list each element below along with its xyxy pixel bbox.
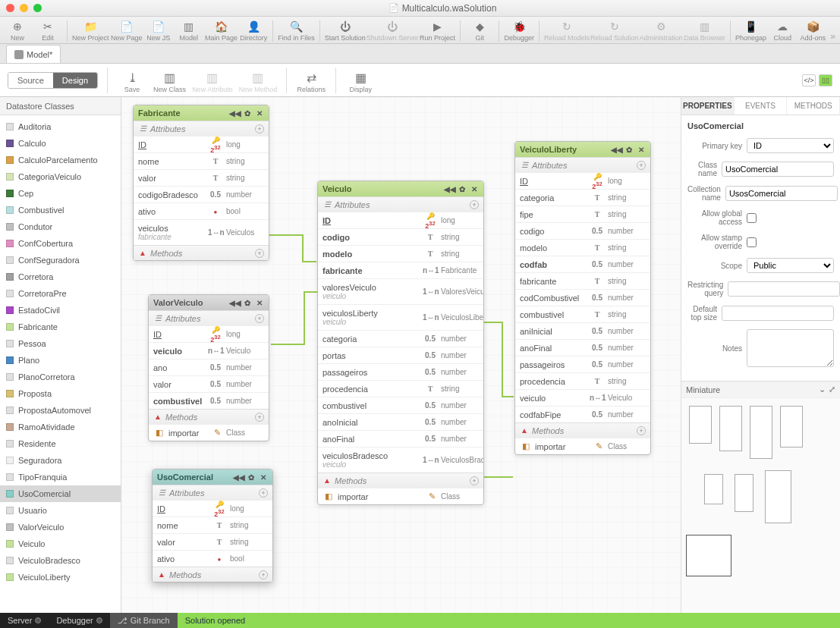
- gear-icon[interactable]: ✿: [624, 145, 634, 154]
- attribute-row-anofinal[interactable]: anoFinal0.5number: [515, 339, 650, 356]
- add-method-button[interactable]: +: [637, 426, 646, 435]
- class-item-proposta[interactable]: Proposta: [0, 385, 121, 402]
- entity-uso-comercial[interactable]: UsoComercial ◀◀ ✿ ✕ ☰ Attributes + ID232…: [152, 469, 273, 582]
- class-item-corretora[interactable]: Corretora: [0, 268, 121, 285]
- status-debugger[interactable]: Debugger: [49, 616, 109, 625]
- toolbar-start-solution-button[interactable]: ⏻Start Solution: [326, 19, 364, 42]
- toolbar-find-in-files-button[interactable]: 🔍Find in Files: [279, 19, 313, 42]
- attribute-row-categoria[interactable]: categoria0.5number: [318, 330, 483, 347]
- attribute-row-id[interactable]: ID232long: [153, 500, 272, 517]
- miniature-header[interactable]: Miniature ⌄ ⤢: [681, 381, 840, 397]
- attribute-row-veiculos[interactable]: veiculosfabricante1↔nVeiculos: [134, 219, 269, 245]
- gear-icon[interactable]: ✿: [243, 108, 252, 118]
- attribute-row-codigobradesco[interactable]: codigoBradesco0.5number: [134, 186, 269, 203]
- attribute-row-codcombustivel[interactable]: codCombustivel0.5number: [515, 289, 650, 306]
- attribute-row-id[interactable]: ID232long: [515, 172, 650, 189]
- attribute-row-combustivel[interactable]: combustivelTstring: [515, 306, 650, 322]
- gear-icon[interactable]: ✿: [247, 473, 256, 482]
- attribute-row-ano[interactable]: ano0.5number: [149, 359, 269, 375]
- attribute-row-fabricante[interactable]: fabricanten↔1Fabricante: [318, 262, 483, 278]
- attribute-row-codfab[interactable]: codfab0.5number: [515, 256, 650, 272]
- attribute-row-passageiros[interactable]: passageiros0.5number: [318, 363, 483, 380]
- class-item-veiculo[interactable]: Veiculo: [0, 535, 121, 552]
- primary-key-select[interactable]: ID: [747, 138, 834, 153]
- class-item-veiculoliberty[interactable]: VeiculoLiberty: [0, 569, 121, 586]
- class-item-combustivel[interactable]: Combustivel: [0, 202, 121, 218]
- class-item-veiculobradesco[interactable]: VeiculoBradesco: [0, 552, 121, 569]
- attribute-row-aniinicial[interactable]: aniInicial0.5number: [515, 322, 650, 339]
- collection-name-input[interactable]: [725, 186, 838, 201]
- attribute-row-procedencia[interactable]: procedenciaTstring: [318, 380, 483, 397]
- class-item-pessoa[interactable]: Pessoa: [0, 335, 121, 352]
- attribute-row-procedencia[interactable]: procedenciaTstring: [515, 372, 650, 389]
- class-item-confseguradora[interactable]: ConfSeguradora: [0, 252, 121, 268]
- toolbar-new-project-button[interactable]: 📁New Project: [74, 19, 108, 42]
- attribute-row-fabricante[interactable]: fabricanteTstring: [515, 272, 650, 289]
- methods-section-header[interactable]: ▲ Methods +: [318, 473, 483, 488]
- toolbar-run-project-button[interactable]: ▶Run Project: [421, 19, 454, 42]
- close-icon[interactable]: ✕: [470, 184, 479, 193]
- entity-header[interactable]: Fabricante ◀◀ ✿ ✕: [134, 105, 269, 121]
- collapse-icon[interactable]: ◀◀: [612, 145, 621, 154]
- minimize-window-button[interactable]: [20, 4, 28, 12]
- entity-veiculo-liberty[interactable]: VeiculoLiberty ◀◀ ✿ ✕ ☰ Attributes + ID2…: [514, 141, 651, 455]
- add-method-button[interactable]: +: [470, 476, 479, 485]
- class-item-planocorretora[interactable]: PlanoCorretora: [0, 369, 121, 385]
- tab-methods[interactable]: METHODS: [787, 97, 840, 115]
- add-method-button[interactable]: +: [255, 413, 264, 422]
- entity-veiculo[interactable]: Veiculo ◀◀ ✿ ✕ ☰ Attributes + ID232longc…: [317, 181, 484, 505]
- attribute-row-veiculosliberty[interactable]: veiculosLibertyveiculo1↔nVeiculosLiberty: [318, 304, 483, 330]
- method-row-importar[interactable]: ◧importar✎Class: [515, 438, 650, 454]
- gear-icon[interactable]: ✿: [458, 184, 467, 193]
- method-row-importar[interactable]: ◧importar✎Class: [318, 488, 483, 504]
- collapse-icon[interactable]: ◀◀: [445, 184, 455, 193]
- tab-properties[interactable]: PROPERTIES: [681, 97, 735, 115]
- toolbar-phonegap-button[interactable]: 📱Phonegap: [737, 19, 766, 42]
- attribute-row-anofinal[interactable]: anoFinal0.5number: [318, 430, 483, 447]
- attribute-row-id[interactable]: ID232long: [149, 325, 269, 342]
- entity-header[interactable]: UsoComercial ◀◀ ✿ ✕: [153, 469, 272, 485]
- attribute-row-veiculo[interactable]: veiculon↔1Veiculo: [515, 389, 650, 406]
- model-canvas[interactable]: Fabricante ◀◀ ✿ ✕ ☰ Attributes + ID232lo…: [121, 97, 681, 613]
- class-item-auditoria[interactable]: Auditoria: [0, 118, 121, 135]
- gear-icon[interactable]: ✿: [243, 298, 252, 307]
- allow-stamp-checkbox[interactable]: [747, 237, 757, 247]
- class-item-corretorapre[interactable]: CorretoraPre: [0, 285, 121, 302]
- class-item-usocomercial[interactable]: UsoComercial: [0, 485, 121, 502]
- entity-header[interactable]: Veiculo ◀◀ ✿ ✕: [318, 181, 483, 196]
- toolbar-display-button[interactable]: ▦Display: [345, 71, 376, 93]
- toolbar-main-page-button[interactable]: 🏠Main Page: [206, 19, 237, 42]
- add-attribute-button[interactable]: +: [470, 200, 479, 209]
- add-attribute-button[interactable]: +: [259, 488, 268, 498]
- collapse-icon[interactable]: ◀◀: [231, 108, 240, 118]
- toolbar-debugger-button[interactable]: 🐞Debugger: [505, 19, 533, 42]
- add-attribute-button[interactable]: +: [637, 161, 646, 170]
- toolbar-model-button[interactable]: ▥Model: [176, 19, 202, 42]
- class-item-calculo[interactable]: Calculo: [0, 135, 121, 152]
- attribute-row-ativo[interactable]: ativobool: [153, 550, 272, 567]
- pencil-icon[interactable]: ✎: [211, 428, 223, 438]
- class-item-fabricante[interactable]: Fabricante: [0, 319, 121, 335]
- maximize-window-button[interactable]: [33, 4, 42, 12]
- class-item-propostaautomovel[interactable]: PropostaAutomovel: [0, 402, 121, 419]
- toolbar-relations-button[interactable]: ⇄Relations: [296, 71, 326, 93]
- add-attribute-button[interactable]: +: [255, 314, 264, 323]
- toolbar-overflow-button[interactable]: »: [830, 31, 835, 42]
- attributes-section-header[interactable]: ☰ Attributes +: [318, 196, 483, 212]
- attribute-row-fipe[interactable]: fipeTstring: [515, 206, 650, 222]
- methods-section-header[interactable]: ▲ Methods +: [149, 409, 269, 424]
- close-icon[interactable]: ✕: [259, 473, 268, 482]
- entity-header[interactable]: VeiculoLiberty ◀◀ ✿ ✕: [515, 142, 650, 157]
- top-size-input[interactable]: [722, 306, 834, 321]
- attribute-row-valor[interactable]: valor0.5number: [149, 375, 269, 392]
- toolbar-directory-button[interactable]: 👤Directory: [241, 19, 266, 42]
- class-item-tipofranquia[interactable]: TipoFranquia: [0, 469, 121, 485]
- scope-select[interactable]: Public: [747, 258, 834, 273]
- status-git[interactable]: ⎇Git Branch: [110, 613, 178, 628]
- restricting-query-input[interactable]: [728, 281, 840, 297]
- layout-toggle[interactable]: ▯▯: [819, 74, 832, 86]
- expand-icon[interactable]: ⤢: [829, 385, 835, 394]
- class-item-estadocivil[interactable]: EstadoCivil: [0, 302, 121, 319]
- attribute-row-combustivel[interactable]: combustivel0.5number: [149, 392, 269, 409]
- add-attribute-button[interactable]: +: [255, 124, 264, 133]
